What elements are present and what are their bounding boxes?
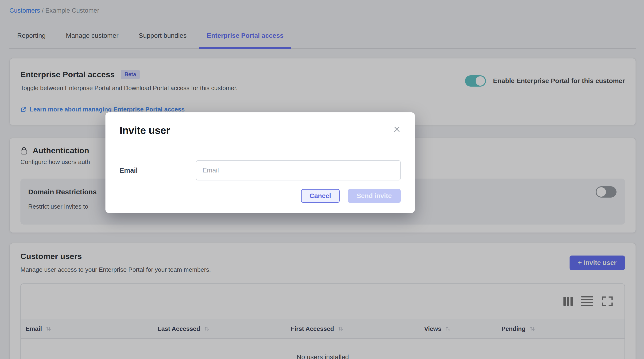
email-field-label: Email: [120, 167, 196, 174]
email-field[interactable]: [196, 160, 401, 180]
send-invite-button[interactable]: Send invite: [348, 189, 401, 203]
cancel-button[interactable]: Cancel: [301, 189, 340, 203]
invite-user-modal: Invite user Email Cancel Send invite: [106, 112, 415, 213]
modal-title: Invite user: [120, 125, 170, 136]
close-icon[interactable]: [393, 125, 401, 133]
